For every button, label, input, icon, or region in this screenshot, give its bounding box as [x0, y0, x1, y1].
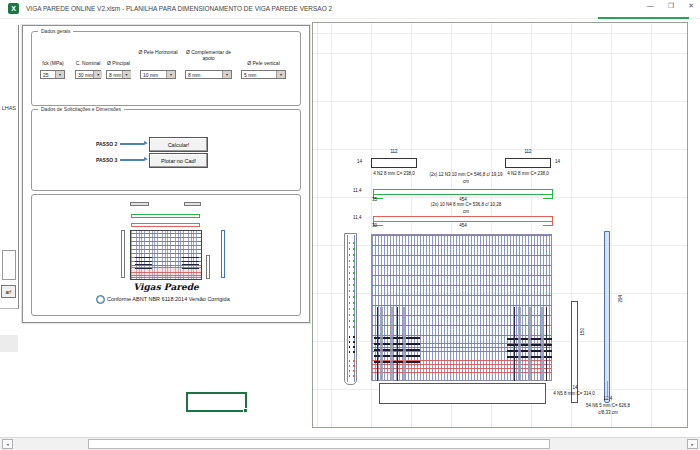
group-solicitacoes-title: Dados de Solicitações e Dimensões: [38, 106, 124, 112]
cnominal-select[interactable]: 30 mm ▼: [75, 70, 101, 79]
support-outline: [379, 383, 546, 404]
unit-n4: cm: [463, 210, 469, 215]
section-dots-red: [349, 360, 351, 380]
dim-n4-hook: 30: [372, 224, 377, 229]
beam-post: [528, 307, 531, 381]
background-window-panel: LHAS ar!: [0, 25, 19, 309]
rebar-n4-red: [373, 216, 553, 222]
beam-post: [518, 307, 521, 381]
excel-icon: X: [8, 3, 19, 14]
label-n5: 4 N5 8 mm C= 314,0: [553, 392, 595, 397]
section-dots-green: [349, 242, 351, 332]
section-dots-green: [353, 242, 355, 332]
app-window: X VIGA PAREDE ONLINE V2.xlsm - PLANILHA …: [0, 0, 700, 450]
rebar-n6-stirrup: [604, 231, 610, 403]
dim-n2-right-height: 14: [555, 160, 560, 165]
dim-n5: 150: [580, 328, 585, 336]
complementar-label: Ø Complementar de apoio: [181, 49, 236, 62]
partial-button[interactable]: ar!: [1, 285, 16, 298]
complementar-select[interactable]: 8 mm ▼: [185, 70, 232, 79]
dim-n6: 294: [618, 295, 623, 303]
label-n6: 54 N6 5 mm C= 626,8: [586, 404, 630, 409]
group-preview: Vigas Parede Conforme ABNT NBR 6118:2014…: [31, 194, 301, 316]
beam-post: [390, 307, 393, 381]
dim-n3-hook: 35: [372, 198, 377, 203]
beam-elevation: [371, 234, 552, 381]
principal-select[interactable]: 8 mm ▼: [106, 70, 131, 79]
principal-value: 8 mm: [107, 72, 122, 78]
preview-right-bar: [206, 255, 210, 279]
window-title: VIGA PAREDE ONLINE V2.xlsm - PLANILHA PA…: [26, 5, 332, 12]
partial-text: LHAS: [2, 105, 16, 111]
hook-right: [543, 221, 553, 226]
plotar-button[interactable]: Plotar no Cad!: [149, 153, 208, 168]
excel-border-accent: [598, 17, 689, 19]
label-n2-left: 4 N2 8 mm C= 238,0: [373, 172, 415, 177]
pele-horizontal-value: 10 mm: [141, 72, 158, 78]
minimize-button[interactable]: —: [647, 2, 654, 10]
beam-post: [541, 307, 544, 381]
beam-post: [380, 307, 383, 381]
userform: Dados gerais fck (MPa) 25 ▼ C. Nominal 3…: [22, 25, 310, 323]
preview-stirrup-bar: [221, 230, 225, 278]
leader-line: [607, 381, 608, 396]
section-strip: [344, 233, 357, 385]
dim-n6-width: 12,4: [604, 397, 613, 402]
preview-top-bar-right: [184, 202, 201, 206]
preview-extra-bars-left: [135, 257, 152, 270]
beam-top-bar: [372, 235, 551, 236]
hook-right: [543, 194, 553, 199]
abnt-logo-icon: [96, 295, 105, 304]
norm-note: Conforme ABNT NBR 6118:2014 Versão Corri…: [107, 296, 230, 302]
pele-vertical-label: Ø Pele vertical: [237, 60, 290, 66]
pele-horizontal-label: Ø Pele Horizontal: [136, 49, 180, 55]
dim-n2-left-length: 112: [390, 150, 397, 155]
dim-n3-height: 11,4: [353, 189, 361, 194]
rebar-n2-left: [371, 158, 417, 168]
label-n2-right: 4 N2 8 mm C= 238,0: [507, 172, 549, 177]
fck-select[interactable]: 25 ▼: [40, 70, 65, 79]
drawing-canvas: 112 14 4 N2 8 mm C= 238,0 112 14 4 N2 8 …: [312, 22, 688, 428]
dim-n2-left-height: 14: [357, 160, 362, 165]
principal-label: Ø Pincipal: [102, 60, 135, 66]
arrow-right-icon: [120, 143, 144, 145]
horizontal-scrollbar[interactable]: ◄ ►: [0, 437, 700, 450]
excel-active-cell[interactable]: [186, 392, 247, 412]
dim-n2-right-length: 112: [524, 150, 531, 155]
group-solicitacoes: Dados de Solicitações e Dimensões PASSO …: [31, 109, 301, 191]
section-dots-black: [353, 336, 355, 356]
preview-top-bar-left: [130, 202, 149, 206]
scroll-left-icon[interactable]: ◄: [2, 439, 13, 449]
calcular-button[interactable]: Calcular!: [149, 137, 208, 152]
maximize-button[interactable]: ❐: [668, 2, 674, 10]
label-n4: (2x) 10 N4 8 mm C= 536,8 c/ 10,28: [431, 203, 501, 208]
beam-dark-bar: [377, 307, 378, 381]
beam-dark-bar: [397, 307, 398, 381]
spacing-n6: c/8,33 cm: [598, 411, 618, 416]
cnominal-value: 30 mm: [76, 72, 93, 78]
beam-dark-bar: [546, 307, 547, 381]
partial-input[interactable]: [2, 250, 16, 280]
beam-skin-bars: [372, 245, 551, 341]
preview-caption: Vigas Parede: [133, 282, 198, 292]
scroll-right-icon[interactable]: ►: [687, 439, 698, 449]
beam-dark-bar: [514, 307, 515, 381]
rebar-n3-green: [373, 189, 553, 195]
cnominal-label: C. Nominal: [71, 60, 105, 66]
chevron-down-icon: ▼: [55, 71, 64, 78]
close-button[interactable]: ✕: [688, 2, 694, 10]
pele-vertical-select[interactable]: 5 mm ▼: [241, 70, 286, 79]
pele-horizontal-select[interactable]: 10 mm ▼: [140, 70, 176, 79]
chevron-down-icon: ▼: [276, 71, 285, 78]
title-bar: X VIGA PAREDE ONLINE V2.xlsm - PLANILHA …: [0, 0, 700, 19]
unit-n3: cm: [463, 180, 469, 185]
preview-extra-bars-right: [182, 257, 199, 270]
preview-red-bar: [131, 223, 200, 227]
complementar-value: 8 mm: [186, 72, 201, 78]
preview-beam-grid: [130, 230, 202, 280]
label-n3: (2x) 12 N3 10 mm C= 546,8 c/ 19,19: [430, 173, 503, 178]
fck-value: 25: [41, 72, 49, 78]
scrollbar-thumb[interactable]: [88, 439, 550, 449]
beam-post: [403, 307, 406, 381]
group-dados-gerais: Dados gerais fck (MPa) 25 ▼ C. Nominal 3…: [31, 31, 301, 106]
